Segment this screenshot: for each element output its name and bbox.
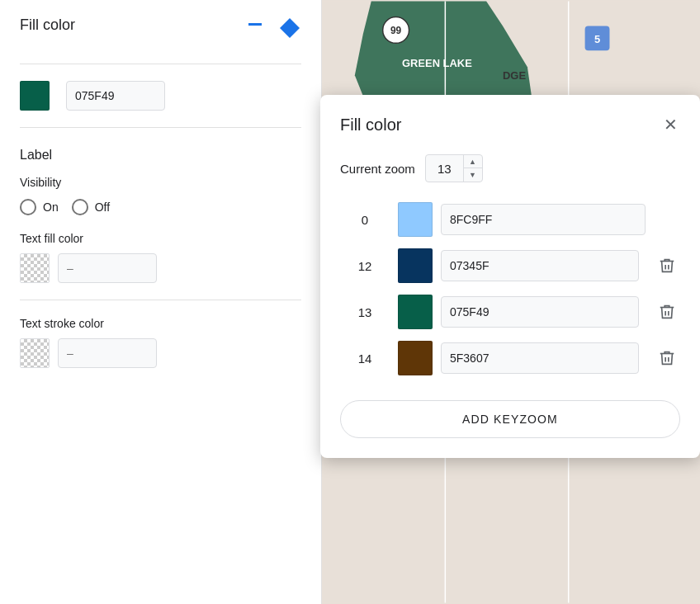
keyzoom-row-14: 14 <box>340 341 680 375</box>
left-panel: Fill color Label Visibility On Off Text … <box>0 0 322 604</box>
svg-text:DGE: DGE <box>503 69 526 82</box>
zoom-row: Current zoom 13 ▲ ▼ <box>340 154 680 182</box>
delete-button-12[interactable] <box>654 252 680 279</box>
keyzoom-hex-13[interactable] <box>441 296 639 328</box>
text-fill-color-swatch[interactable] <box>20 253 50 283</box>
fill-color-section: Fill color <box>20 17 301 64</box>
zoom-spinner[interactable]: 13 ▲ ▼ <box>425 154 483 182</box>
delete-button-13[interactable] <box>654 299 680 325</box>
text-stroke-color-swatch[interactable] <box>20 338 50 368</box>
keyzoom-number-14: 14 <box>340 352 390 366</box>
radio-on-label: On <box>43 201 59 214</box>
keyzoom-number-13: 13 <box>340 305 390 319</box>
keyzoom-row-12: 12 <box>340 248 680 283</box>
label-section: Label Visibility On Off <box>20 148 301 215</box>
radio-off-circle[interactable] <box>72 199 88 215</box>
add-keyzoom-button[interactable]: ADD KEYZOOM <box>340 400 680 438</box>
text-fill-color-row: – <box>20 253 301 283</box>
radio-off[interactable]: Off <box>72 199 110 215</box>
fill-color-swatch[interactable] <box>20 81 50 111</box>
diamond-button[interactable] <box>278 17 301 42</box>
delete-button-14[interactable] <box>654 345 680 371</box>
zoom-arrows[interactable]: ▲ ▼ <box>463 155 482 182</box>
zoom-value: 13 <box>426 157 463 181</box>
zoom-down-arrow[interactable]: ▼ <box>464 168 482 182</box>
keyzoom-swatch-0[interactable] <box>398 202 433 237</box>
popup-header: Fill color ✕ <box>340 115 680 134</box>
svg-text:5: 5 <box>594 33 600 45</box>
svg-marker-11 <box>280 18 300 38</box>
close-button[interactable]: ✕ <box>660 115 680 134</box>
zoom-label: Current zoom <box>340 162 415 176</box>
text-stroke-color-input[interactable]: – <box>58 338 157 368</box>
keyzoom-row-0: 0 <box>340 202 680 237</box>
text-fill-color-section: Text fill color – <box>20 232 301 300</box>
visibility-label: Visibility <box>20 176 301 189</box>
popup-title: Fill color <box>340 116 401 134</box>
radio-on[interactable]: On <box>20 199 59 215</box>
zoom-up-arrow[interactable]: ▲ <box>464 155 482 168</box>
fill-color-hex-input[interactable] <box>66 81 165 111</box>
text-stroke-color-title: Text stroke color <box>20 317 301 330</box>
text-fill-color-input[interactable]: – <box>58 253 157 283</box>
text-fill-color-title: Text fill color <box>20 232 301 245</box>
keyzoom-swatch-13[interactable] <box>398 295 433 329</box>
keyzoom-hex-12[interactable] <box>441 250 639 281</box>
keyzoom-hex-0[interactable] <box>441 204 646 235</box>
minus-button[interactable] <box>248 23 262 26</box>
radio-on-circle[interactable] <box>20 199 36 215</box>
svg-text:99: 99 <box>390 25 402 36</box>
keyzoom-hex-14[interactable] <box>441 342 639 374</box>
visibility-radio-group: On Off <box>20 199 301 215</box>
fill-color-popup: Fill color ✕ Current zoom 13 ▲ ▼ 0 12 <box>320 95 700 458</box>
text-stroke-color-row: – <box>20 338 301 368</box>
keyzoom-swatch-14[interactable] <box>398 341 433 375</box>
keyzoom-number-12: 12 <box>340 259 390 273</box>
svg-text:GREEN LAKE: GREEN LAKE <box>402 57 472 69</box>
label-title: Label <box>20 148 301 163</box>
text-stroke-color-section: Text stroke color – <box>20 317 301 368</box>
fill-color-title: Fill color <box>20 17 75 34</box>
keyzoom-number-0: 0 <box>340 213 390 227</box>
keyzoom-row-13: 13 <box>340 295 680 329</box>
radio-off-label: Off <box>95 201 110 214</box>
keyzoom-swatch-12[interactable] <box>398 248 433 283</box>
